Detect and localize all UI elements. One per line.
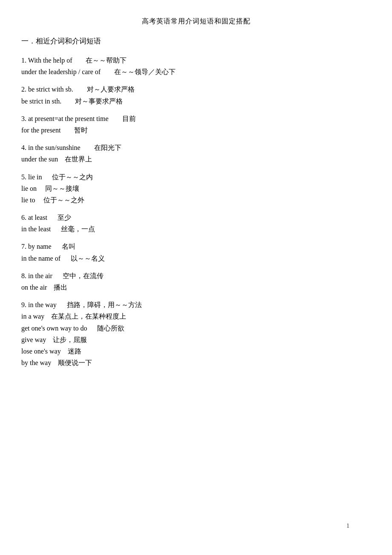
entry-1-line1: 1. With the help of 在～～帮助下 [21,55,371,66]
entry-9e-zh: 迷路 [68,348,81,355]
entry-2: 2. be strict with sb. 对～人要求严格 be strict … [21,83,371,106]
entry-9-zh: 挡路，障碍，用～～方法 [67,301,142,308]
entry-9-line1: 9. in the way 挡路，障碍，用～～方法 [21,299,371,311]
entry-7: 7. by name 名叫 in the name of 以～～名义 [21,241,371,264]
entry-5: 5. lie in 位于～～之内 lie on 同～～接壤 lie to 位于～… [21,171,371,206]
entry-7-line2: in the name of 以～～名义 [21,253,371,264]
entry-2-en: 2. be strict with sb. [21,86,73,93]
entry-2b-en: be strict in sth. [21,98,61,105]
entry-6-en: 6. at least [21,214,47,221]
entry-5-zh: 位于～～之内 [52,173,93,181]
entry-8-line1: 8. in the air 空中，在流传 [21,270,371,282]
entry-9d-en: give way [21,336,46,343]
entry-5-line3: lie to 位于～～之外 [21,194,371,206]
entry-9-en: 9. in the way [21,301,57,308]
entry-9b-en: in a way [21,313,44,320]
entry-9-line3: get one's own way to do 随心所欲 [21,322,371,334]
entry-2-zh: 对～人要求严格 [87,86,135,93]
entry-9-line5: lose one's way 迷路 [21,345,371,357]
entry-4: 4. in the sun/sunshine 在阳光下 under the su… [21,142,371,165]
entry-9d-zh: 让步，屈服 [53,336,87,343]
entry-6b-zh: 丝毫，一点 [61,225,95,233]
page-number: 1 [346,523,349,529]
entry-5-line1: 5. lie in 位于～～之内 [21,171,371,183]
entry-7-en: 7. by name [21,243,52,250]
entry-9-line4: give way 让步，屈服 [21,334,371,345]
entry-1: 1. With the help of 在～～帮助下 under the lea… [21,55,371,78]
entry-3-en: 3. at present=at the present time [21,115,109,122]
entry-5-line2: lie on 同～～接壤 [21,183,371,194]
entry-6-line1: 6. at least 至少 [21,212,371,223]
entry-1-line2: under the leadership / care of 在～～领导／关心下 [21,66,371,78]
entry-9: 9. in the way 挡路，障碍，用～～方法 in a way 在某点上，… [21,299,371,368]
entry-9e-en: lose one's way [21,348,61,355]
entry-1b-zh: 在～～领导／关心下 [114,68,176,75]
entry-8: 8. in the air 空中，在流传 on the air 播出 [21,270,371,293]
entry-5b-zh: 同～～接壤 [45,185,79,192]
page-wrapper: 高考英语常用介词短语和固定搭配 一．相近介词和介词短语 1. With the … [21,17,371,538]
entry-7-line1: 7. by name 名叫 [21,241,371,252]
entry-4-line1: 4. in the sun/sunshine 在阳光下 [21,142,371,153]
entry-6-line2: in the least 丝毫，一点 [21,223,371,235]
entry-2-line1: 2. be strict with sb. 对～人要求严格 [21,83,371,95]
entry-3b-en: for the present [21,127,61,134]
entry-3-line2: for the present 暂时 [21,124,371,136]
entry-6b-en: in the least [21,225,51,233]
section-title: 一．相近介词和介词短语 [21,36,371,46]
entry-7b-en: in the name of [21,255,61,262]
entry-9c-zh: 随心所欲 [97,325,124,332]
entry-6: 6. at least 至少 in the least 丝毫，一点 [21,212,371,235]
entry-9-line2: in a way 在某点上，在某种程度上 [21,311,371,322]
entry-3: 3. at present=at the present time 目前 for… [21,113,371,136]
entry-8-en: 8. in the air [21,272,52,279]
entry-7-zh: 名叫 [62,243,75,250]
entry-8-line2: on the air 播出 [21,282,371,293]
entry-2b-zh: 对～事要求严格 [75,98,123,105]
entry-8b-en: on the air [21,284,47,291]
entry-1-en: 1. With the help of [21,57,72,64]
entry-5c-en: lie to [21,196,35,204]
entry-4b-en: under the sun [21,155,58,163]
entry-8b-zh: 播出 [54,284,67,291]
entry-5b-en: lie on [21,185,37,192]
entry-9f-zh: 顺便说一下 [58,359,92,366]
entry-9f-en: by the way [21,359,51,366]
entry-9c-en: get one's own way to do [21,325,87,332]
entry-4-en: 4. in the sun/sunshine [21,144,81,151]
entry-1-zh: 在～～帮助下 [86,57,127,64]
entry-5c-zh: 位于～～之外 [43,196,84,204]
entry-3-zh: 目前 [122,115,136,122]
entry-5-en: 5. lie in [21,173,42,181]
entry-3-line1: 3. at present=at the present time 目前 [21,113,371,124]
entry-3b-zh: 暂时 [74,127,88,134]
entry-9-line6: by the way 顺便说一下 [21,357,371,368]
page-title: 高考英语常用介词短语和固定搭配 [21,17,371,26]
entry-9b-zh: 在某点上，在某种程度上 [51,313,126,320]
entry-6-zh: 至少 [58,214,71,221]
entry-7b-zh: 以～～名义 [71,255,105,262]
entry-8-zh: 空中，在流传 [63,272,104,279]
entry-4-line2: under the sun 在世界上 [21,153,371,165]
entry-1b-en: under the leadership / care of [21,68,101,75]
entry-4-zh: 在阳光下 [94,144,121,151]
entry-2-line2: be strict in sth. 对～事要求严格 [21,95,371,107]
entry-4b-zh: 在世界上 [65,155,92,163]
